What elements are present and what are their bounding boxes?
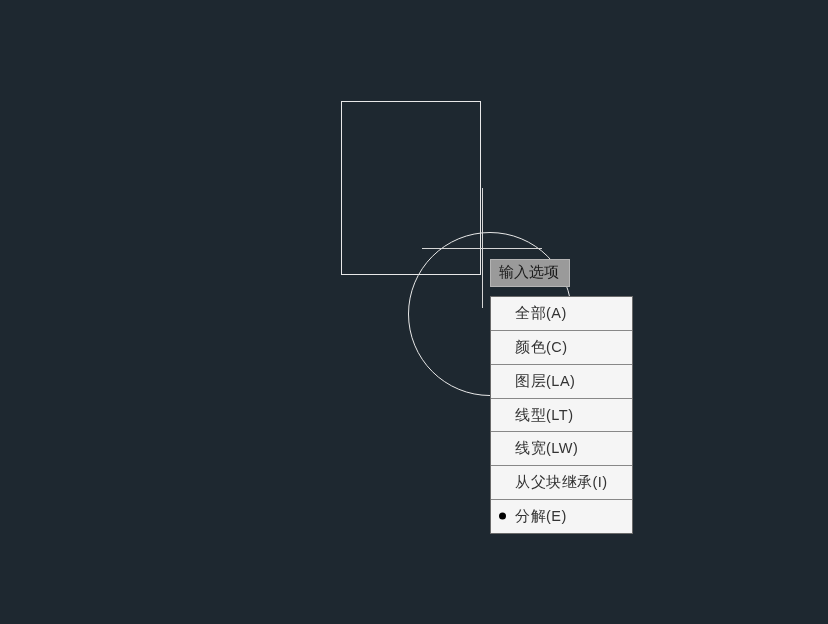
menu-item-label: 颜色(C) (515, 339, 568, 355)
menu-item-linetype[interactable]: 线型(LT) (491, 399, 632, 433)
menu-item-color[interactable]: 颜色(C) (491, 331, 632, 365)
menu-item-label: 分解(E) (515, 508, 567, 524)
bullet-marker-icon (499, 513, 506, 520)
menu-item-explode[interactable]: 分解(E) (491, 500, 632, 533)
menu-item-label: 线宽(LW) (515, 440, 578, 456)
context-menu-header: 输入选项 (490, 259, 570, 287)
drawing-canvas[interactable] (0, 0, 828, 624)
menu-item-label: 全部(A) (515, 305, 567, 321)
menu-item-label: 从父块继承(I) (515, 474, 608, 490)
context-menu: 全部(A) 颜色(C) 图层(LA) 线型(LT) 线宽(LW) 从父块继承(I… (490, 296, 633, 534)
menu-item-all[interactable]: 全部(A) (491, 297, 632, 331)
context-menu-header-wrap: 输入选项 (490, 259, 570, 287)
crosshair-vertical (482, 188, 483, 308)
menu-item-layer[interactable]: 图层(LA) (491, 365, 632, 399)
menu-item-label: 线型(LT) (515, 407, 574, 423)
menu-item-inherit-parent[interactable]: 从父块继承(I) (491, 466, 632, 500)
menu-item-lineweight[interactable]: 线宽(LW) (491, 432, 632, 466)
menu-item-label: 图层(LA) (515, 373, 575, 389)
